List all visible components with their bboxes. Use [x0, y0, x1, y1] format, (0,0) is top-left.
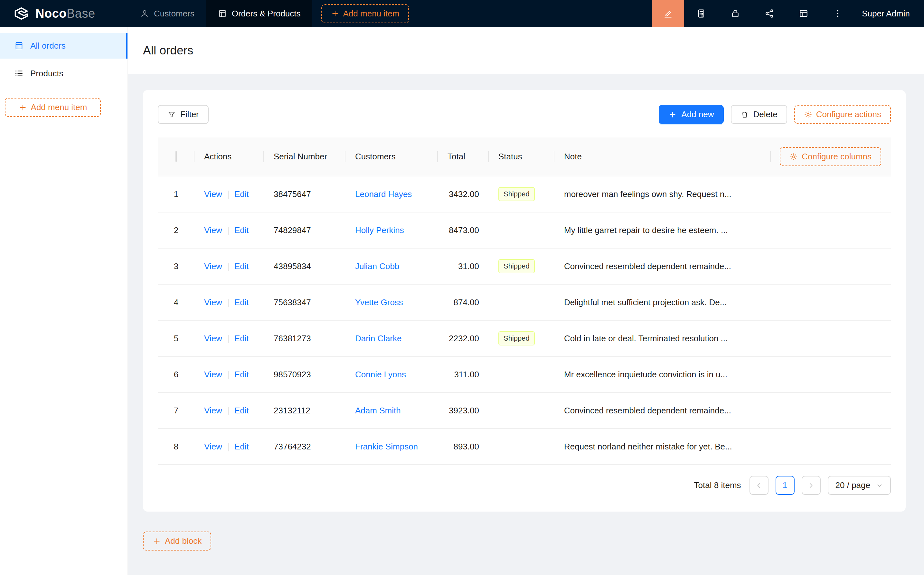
view-link[interactable]: View	[204, 297, 222, 307]
delete-label: Delete	[753, 110, 778, 119]
share-icon	[764, 8, 775, 19]
customer-link[interactable]: Darin Clarke	[355, 334, 402, 343]
edit-link[interactable]: Edit	[234, 406, 249, 415]
serial-number-value: 76381273	[274, 334, 311, 343]
add-new-button[interactable]: Add new	[659, 105, 724, 124]
configure-columns-button[interactable]: Configure columns	[780, 147, 881, 166]
topbar-add-menu-item-button[interactable]: Add menu item	[321, 4, 409, 23]
view-link[interactable]: View	[204, 370, 222, 379]
delete-button[interactable]: Delete	[731, 105, 787, 124]
total-value: 8473.00	[449, 226, 479, 235]
table-row: 5 ViewEdit 76381273 Darin Clarke 2232.00…	[158, 320, 891, 356]
customer-link[interactable]: Holly Perkins	[355, 226, 404, 235]
previous-page-button[interactable]	[749, 476, 768, 495]
total-value: 874.00	[453, 297, 479, 307]
edit-link[interactable]: Edit	[234, 226, 249, 235]
orders-card: Filter Add new Delete	[143, 90, 906, 511]
layout-button[interactable]	[786, 0, 821, 27]
note-text: Convinced resembled dependent remainde..…	[564, 406, 731, 415]
lock-button[interactable]	[718, 0, 753, 27]
next-page-button[interactable]	[802, 476, 821, 495]
row-index: 3	[174, 261, 178, 271]
row-index: 2	[174, 226, 178, 235]
calculator-icon	[696, 8, 706, 19]
view-link[interactable]: View	[204, 189, 222, 199]
nav-customers-label: Customers	[154, 9, 194, 19]
serial-number-value: 74829847	[274, 226, 311, 235]
total-value: 2232.00	[449, 334, 479, 343]
pagination-total: Total 8 items	[694, 480, 741, 490]
topbar-add-menu-item-label: Add menu item	[343, 9, 400, 19]
share-button[interactable]	[753, 0, 786, 27]
plus-icon	[331, 10, 339, 18]
page-size-select[interactable]: 20 / page	[828, 476, 891, 495]
more-button[interactable]	[821, 0, 855, 27]
configure-actions-label: Configure actions	[816, 110, 881, 119]
customer-link[interactable]: Yvette Gross	[355, 297, 403, 307]
serial-number-value: 43895834	[274, 261, 311, 271]
ui-editor-button[interactable]	[652, 0, 684, 27]
view-link[interactable]: View	[204, 261, 222, 271]
select-all-checkbox[interactable]	[175, 151, 177, 162]
add-block-label: Add block	[165, 536, 202, 546]
main: All orders Filter Add new	[128, 0, 924, 551]
page-number-1[interactable]: 1	[776, 476, 795, 495]
sidebar-item-products[interactable]: Products	[0, 60, 127, 86]
customer-link[interactable]: Leonard Hayes	[355, 189, 412, 199]
edit-link[interactable]: Edit	[234, 334, 249, 343]
status-badge: Shipped	[499, 187, 535, 201]
topbar-right: Super Admin	[652, 0, 924, 27]
status-badge: Shipped	[499, 259, 535, 273]
view-link[interactable]: View	[204, 334, 222, 343]
nocobase-logo-icon	[13, 5, 30, 22]
filter-button[interactable]: Filter	[158, 105, 209, 124]
chevron-right-icon	[807, 481, 815, 489]
all-orders-icon	[14, 41, 24, 51]
row-index: 8	[174, 442, 178, 451]
pagination: Total 8 items 1 20 / page	[158, 476, 891, 495]
edit-link[interactable]: Edit	[234, 261, 249, 271]
note-text: moreover man feelings own shy. Request n…	[564, 189, 732, 199]
row-index: 5	[174, 334, 178, 343]
table-row: 7 ViewEdit 23132112 Adam Smith 3923.00 C…	[158, 392, 891, 429]
view-link[interactable]: View	[204, 442, 222, 451]
note-text: Cold in late or deal. Terminated resolut…	[564, 334, 728, 343]
serial-number-value: 98570923	[274, 370, 311, 379]
edit-link[interactable]: Edit	[234, 189, 249, 199]
sidebar-add-menu-item-button[interactable]: Add menu item	[5, 98, 101, 117]
status-badge: Shipped	[499, 331, 535, 345]
customer-link[interactable]: Connie Lyons	[355, 370, 406, 379]
filter-icon	[167, 110, 176, 119]
add-block-button[interactable]: Add block	[143, 532, 211, 551]
customer-link[interactable]: Adam Smith	[355, 406, 401, 415]
plus-icon	[152, 537, 161, 545]
nav-orders-products[interactable]: Orders & Products	[206, 0, 312, 27]
calculator-button[interactable]	[684, 0, 718, 27]
customers-icon	[140, 9, 149, 18]
filter-label: Filter	[180, 110, 199, 119]
view-link[interactable]: View	[204, 406, 222, 415]
configure-actions-button[interactable]: Configure actions	[794, 105, 891, 124]
action-divider	[228, 263, 229, 271]
row-index: 1	[174, 189, 178, 199]
page-size-value: 20 / page	[835, 480, 870, 490]
edit-link[interactable]: Edit	[234, 297, 249, 307]
plus-icon	[19, 103, 27, 112]
header-separator	[770, 151, 771, 162]
table-row: 6 ViewEdit 98570923 Connie Lyons 311.00 …	[158, 356, 891, 392]
edit-link[interactable]: Edit	[234, 370, 249, 379]
logo-bold: Noco	[35, 7, 67, 20]
customer-link[interactable]: Julian Cobb	[355, 261, 399, 271]
user-menu[interactable]: Super Admin	[855, 0, 924, 27]
total-value: 3923.00	[449, 406, 479, 415]
orders-products-icon	[218, 9, 227, 18]
edit-link[interactable]: Edit	[234, 442, 249, 451]
nav-customers[interactable]: Customers	[128, 0, 206, 27]
serial-number-value: 73764232	[274, 442, 311, 451]
sidebar-item-all-orders[interactable]: All orders	[0, 33, 127, 59]
total-value: 31.00	[458, 261, 479, 271]
table-row: 3 ViewEdit 43895834 Julian Cobb 31.00 Sh…	[158, 248, 891, 284]
action-divider	[228, 299, 229, 307]
customer-link[interactable]: Frankie Simpson	[355, 442, 418, 451]
view-link[interactable]: View	[204, 226, 222, 235]
